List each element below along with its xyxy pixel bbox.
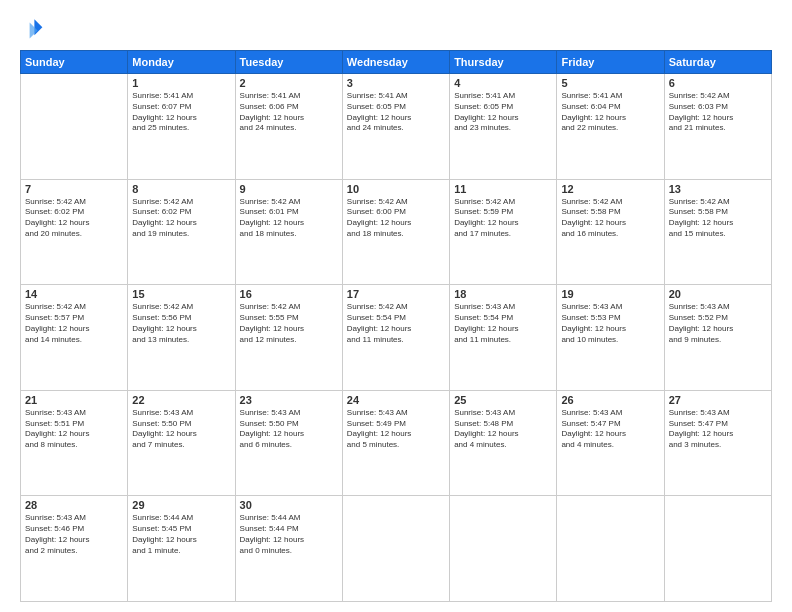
cell-content: Sunrise: 5:44 AMSunset: 5:45 PMDaylight:… [132, 513, 230, 556]
day-number: 3 [347, 77, 445, 89]
weekday-header-monday: Monday [128, 51, 235, 74]
calendar-cell: 13Sunrise: 5:42 AMSunset: 5:58 PMDayligh… [664, 179, 771, 285]
day-number: 10 [347, 183, 445, 195]
weekday-header-tuesday: Tuesday [235, 51, 342, 74]
calendar-cell: 1Sunrise: 5:41 AMSunset: 6:07 PMDaylight… [128, 74, 235, 180]
cell-content: Sunrise: 5:43 AMSunset: 5:47 PMDaylight:… [561, 408, 659, 451]
calendar-cell: 26Sunrise: 5:43 AMSunset: 5:47 PMDayligh… [557, 390, 664, 496]
day-number: 15 [132, 288, 230, 300]
cell-content: Sunrise: 5:42 AMSunset: 5:56 PMDaylight:… [132, 302, 230, 345]
calendar-cell: 24Sunrise: 5:43 AMSunset: 5:49 PMDayligh… [342, 390, 449, 496]
day-number: 1 [132, 77, 230, 89]
cell-content: Sunrise: 5:44 AMSunset: 5:44 PMDaylight:… [240, 513, 338, 556]
day-number: 18 [454, 288, 552, 300]
cell-content: Sunrise: 5:43 AMSunset: 5:49 PMDaylight:… [347, 408, 445, 451]
weekday-header-wednesday: Wednesday [342, 51, 449, 74]
cell-content: Sunrise: 5:41 AMSunset: 6:05 PMDaylight:… [454, 91, 552, 134]
cell-content: Sunrise: 5:41 AMSunset: 6:04 PMDaylight:… [561, 91, 659, 134]
calendar-cell [342, 496, 449, 602]
cell-content: Sunrise: 5:42 AMSunset: 6:01 PMDaylight:… [240, 197, 338, 240]
day-number: 14 [25, 288, 123, 300]
calendar-cell: 15Sunrise: 5:42 AMSunset: 5:56 PMDayligh… [128, 285, 235, 391]
cell-content: Sunrise: 5:43 AMSunset: 5:47 PMDaylight:… [669, 408, 767, 451]
day-number: 20 [669, 288, 767, 300]
cell-content: Sunrise: 5:42 AMSunset: 6:00 PMDaylight:… [347, 197, 445, 240]
weekday-header-thursday: Thursday [450, 51, 557, 74]
calendar-cell [450, 496, 557, 602]
cell-content: Sunrise: 5:43 AMSunset: 5:50 PMDaylight:… [240, 408, 338, 451]
cell-content: Sunrise: 5:42 AMSunset: 6:02 PMDaylight:… [132, 197, 230, 240]
cell-content: Sunrise: 5:41 AMSunset: 6:07 PMDaylight:… [132, 91, 230, 134]
day-number: 23 [240, 394, 338, 406]
week-row-2: 14Sunrise: 5:42 AMSunset: 5:57 PMDayligh… [21, 285, 772, 391]
calendar-cell: 5Sunrise: 5:41 AMSunset: 6:04 PMDaylight… [557, 74, 664, 180]
calendar-cell [557, 496, 664, 602]
cell-content: Sunrise: 5:43 AMSunset: 5:54 PMDaylight:… [454, 302, 552, 345]
cell-content: Sunrise: 5:41 AMSunset: 6:05 PMDaylight:… [347, 91, 445, 134]
logo [20, 16, 48, 40]
day-number: 19 [561, 288, 659, 300]
cell-content: Sunrise: 5:42 AMSunset: 5:54 PMDaylight:… [347, 302, 445, 345]
day-number: 29 [132, 499, 230, 511]
calendar-cell: 22Sunrise: 5:43 AMSunset: 5:50 PMDayligh… [128, 390, 235, 496]
day-number: 11 [454, 183, 552, 195]
calendar-cell [21, 74, 128, 180]
calendar-cell: 28Sunrise: 5:43 AMSunset: 5:46 PMDayligh… [21, 496, 128, 602]
day-number: 8 [132, 183, 230, 195]
cell-content: Sunrise: 5:42 AMSunset: 5:58 PMDaylight:… [669, 197, 767, 240]
cell-content: Sunrise: 5:42 AMSunset: 5:55 PMDaylight:… [240, 302, 338, 345]
day-number: 30 [240, 499, 338, 511]
cell-content: Sunrise: 5:41 AMSunset: 6:06 PMDaylight:… [240, 91, 338, 134]
week-row-4: 28Sunrise: 5:43 AMSunset: 5:46 PMDayligh… [21, 496, 772, 602]
calendar-cell: 20Sunrise: 5:43 AMSunset: 5:52 PMDayligh… [664, 285, 771, 391]
calendar-cell [664, 496, 771, 602]
calendar-cell: 14Sunrise: 5:42 AMSunset: 5:57 PMDayligh… [21, 285, 128, 391]
calendar-cell: 21Sunrise: 5:43 AMSunset: 5:51 PMDayligh… [21, 390, 128, 496]
day-number: 13 [669, 183, 767, 195]
day-number: 28 [25, 499, 123, 511]
day-number: 5 [561, 77, 659, 89]
calendar-table: SundayMondayTuesdayWednesdayThursdayFrid… [20, 50, 772, 602]
svg-marker-0 [34, 19, 42, 35]
calendar-cell: 3Sunrise: 5:41 AMSunset: 6:05 PMDaylight… [342, 74, 449, 180]
day-number: 21 [25, 394, 123, 406]
week-row-3: 21Sunrise: 5:43 AMSunset: 5:51 PMDayligh… [21, 390, 772, 496]
calendar-cell: 23Sunrise: 5:43 AMSunset: 5:50 PMDayligh… [235, 390, 342, 496]
calendar-cell: 11Sunrise: 5:42 AMSunset: 5:59 PMDayligh… [450, 179, 557, 285]
weekday-header-saturday: Saturday [664, 51, 771, 74]
day-number: 4 [454, 77, 552, 89]
cell-content: Sunrise: 5:42 AMSunset: 5:59 PMDaylight:… [454, 197, 552, 240]
cell-content: Sunrise: 5:42 AMSunset: 5:57 PMDaylight:… [25, 302, 123, 345]
week-row-1: 7Sunrise: 5:42 AMSunset: 6:02 PMDaylight… [21, 179, 772, 285]
calendar-cell: 2Sunrise: 5:41 AMSunset: 6:06 PMDaylight… [235, 74, 342, 180]
page: SundayMondayTuesdayWednesdayThursdayFrid… [0, 0, 792, 612]
calendar-cell: 27Sunrise: 5:43 AMSunset: 5:47 PMDayligh… [664, 390, 771, 496]
logo-icon [20, 16, 44, 40]
day-number: 2 [240, 77, 338, 89]
day-number: 17 [347, 288, 445, 300]
calendar-cell: 18Sunrise: 5:43 AMSunset: 5:54 PMDayligh… [450, 285, 557, 391]
calendar-cell: 12Sunrise: 5:42 AMSunset: 5:58 PMDayligh… [557, 179, 664, 285]
weekday-header-sunday: Sunday [21, 51, 128, 74]
week-row-0: 1Sunrise: 5:41 AMSunset: 6:07 PMDaylight… [21, 74, 772, 180]
cell-content: Sunrise: 5:42 AMSunset: 6:03 PMDaylight:… [669, 91, 767, 134]
day-number: 25 [454, 394, 552, 406]
cell-content: Sunrise: 5:43 AMSunset: 5:53 PMDaylight:… [561, 302, 659, 345]
calendar-cell: 19Sunrise: 5:43 AMSunset: 5:53 PMDayligh… [557, 285, 664, 391]
day-number: 24 [347, 394, 445, 406]
calendar-cell: 16Sunrise: 5:42 AMSunset: 5:55 PMDayligh… [235, 285, 342, 391]
day-number: 6 [669, 77, 767, 89]
calendar-cell: 10Sunrise: 5:42 AMSunset: 6:00 PMDayligh… [342, 179, 449, 285]
calendar-cell: 4Sunrise: 5:41 AMSunset: 6:05 PMDaylight… [450, 74, 557, 180]
cell-content: Sunrise: 5:42 AMSunset: 6:02 PMDaylight:… [25, 197, 123, 240]
cell-content: Sunrise: 5:43 AMSunset: 5:52 PMDaylight:… [669, 302, 767, 345]
cell-content: Sunrise: 5:43 AMSunset: 5:50 PMDaylight:… [132, 408, 230, 451]
calendar-cell: 29Sunrise: 5:44 AMSunset: 5:45 PMDayligh… [128, 496, 235, 602]
cell-content: Sunrise: 5:43 AMSunset: 5:46 PMDaylight:… [25, 513, 123, 556]
calendar-cell: 7Sunrise: 5:42 AMSunset: 6:02 PMDaylight… [21, 179, 128, 285]
calendar-cell: 25Sunrise: 5:43 AMSunset: 5:48 PMDayligh… [450, 390, 557, 496]
weekday-header-row: SundayMondayTuesdayWednesdayThursdayFrid… [21, 51, 772, 74]
day-number: 27 [669, 394, 767, 406]
calendar-cell: 30Sunrise: 5:44 AMSunset: 5:44 PMDayligh… [235, 496, 342, 602]
day-number: 12 [561, 183, 659, 195]
